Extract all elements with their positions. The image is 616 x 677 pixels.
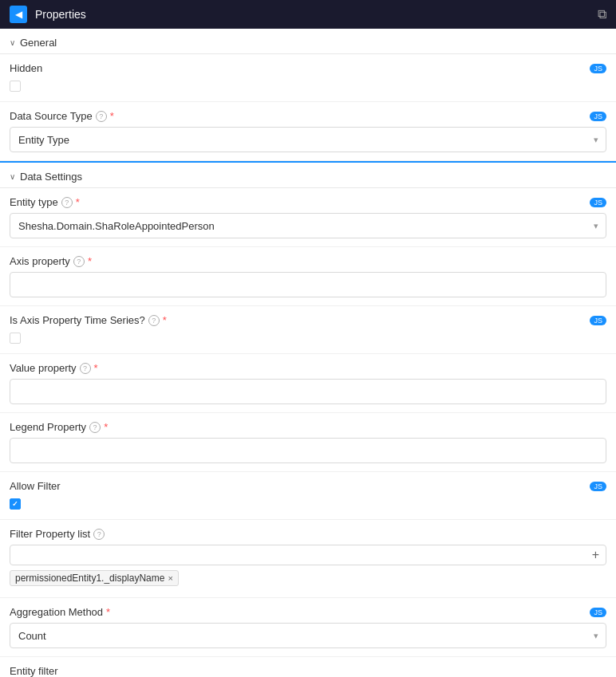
aggregation-method-select-wrap: Count Sum Average — [10, 623, 606, 648]
allow-filter-checkbox-row — [10, 497, 606, 511]
value-property-required: * — [94, 362, 98, 374]
axis-property-label: Axis property — [10, 255, 70, 267]
value-property-field-group: Value property ? * id — [0, 354, 616, 413]
data-settings-section: ∨ Data Settings Entity type ? * JS Shesh… — [0, 161, 616, 677]
filter-property-list-field-group: Filter Property list ? + permissionedEnt… — [0, 520, 616, 598]
hidden-field-group: Hidden JS — [0, 54, 616, 102]
is-axis-time-series-label: Is Axis Property Time Series? — [10, 314, 145, 326]
header-arrow-icon[interactable]: ◀ — [10, 6, 27, 23]
entity-type-js-badge[interactable]: JS — [590, 198, 606, 207]
allow-filter-js-badge[interactable]: JS — [590, 482, 606, 491]
value-property-help-icon[interactable]: ? — [80, 363, 91, 374]
entity-type-field-group: Entity type ? * JS Shesha.Domain.ShaRole… — [0, 188, 616, 247]
filter-tag-remove-icon[interactable]: × — [168, 573, 172, 583]
entity-type-label: Entity type — [10, 196, 58, 208]
general-section-header[interactable]: ∨ General — [0, 29, 616, 54]
content-area: ∨ General Hidden JS Data Source Type ? *… — [0, 29, 616, 677]
entity-filter-field-group: Entity filter — [0, 657, 616, 677]
axis-property-required: * — [88, 255, 92, 267]
general-section-label: General — [20, 37, 57, 49]
data-source-type-required: * — [110, 110, 114, 122]
data-source-type-select-wrap: Entity Type Custom — [10, 127, 606, 152]
entity-type-help-icon[interactable]: ? — [61, 197, 73, 208]
is-axis-time-series-checkbox-row — [10, 331, 606, 345]
entity-filter-label: Entity filter — [10, 665, 58, 677]
is-axis-time-series-label-row: Is Axis Property Time Series? ? * JS — [10, 314, 606, 326]
filter-property-list-label: Filter Property list — [10, 528, 90, 540]
page-title: Properties — [35, 8, 590, 21]
is-axis-time-series-checkbox[interactable] — [10, 333, 21, 344]
value-property-input[interactable]: id — [10, 379, 606, 404]
allow-filter-label-row: Allow Filter JS — [10, 480, 606, 492]
filter-property-list-input[interactable] — [17, 549, 592, 561]
is-axis-time-series-js-badge[interactable]: JS — [590, 316, 606, 325]
hidden-js-badge[interactable]: JS — [590, 64, 606, 73]
data-settings-section-header[interactable]: ∨ Data Settings — [0, 163, 616, 188]
axis-property-help-icon[interactable]: ? — [73, 256, 85, 267]
hidden-label: Hidden — [10, 62, 42, 74]
axis-property-label-row: Axis property ? * — [10, 255, 606, 267]
aggregation-method-js-badge[interactable]: JS — [590, 608, 606, 617]
allow-filter-label: Allow Filter — [10, 480, 61, 492]
hidden-label-row: Hidden JS — [10, 62, 606, 74]
chevron-down-icon: ∨ — [10, 38, 15, 47]
filter-property-list-label-row: Filter Property list ? — [10, 528, 606, 540]
legend-property-label-row: Legend Property ? * — [10, 421, 606, 433]
data-source-type-select[interactable]: Entity Type Custom — [10, 127, 606, 152]
allow-filter-checkbox[interactable] — [10, 498, 21, 510]
is-axis-time-series-required: * — [163, 314, 167, 326]
properties-header: ◀ Properties ⧉ — [0, 0, 616, 29]
aggregation-method-field-group: Aggregation Method * JS Count Sum Averag… — [0, 598, 616, 657]
copy-icon[interactable]: ⧉ — [598, 7, 606, 22]
data-source-type-label: Data Source Type — [10, 110, 93, 122]
value-property-label-row: Value property ? * — [10, 362, 606, 374]
entity-type-required: * — [76, 196, 80, 208]
filter-property-list-input-wrap: + — [10, 545, 606, 565]
data-source-type-js-badge[interactable]: JS — [590, 112, 606, 121]
legend-property-input[interactable]: permissionedEntity1._displayName — [10, 438, 606, 463]
filter-tag-item: permissionedEntity1._displayName × — [10, 570, 179, 586]
axis-property-input[interactable]: status — [10, 272, 606, 297]
filter-property-list-add-icon[interactable]: + — [592, 549, 599, 561]
data-source-type-field-group: Data Source Type ? * JS Entity Type Cust… — [0, 102, 616, 161]
legend-property-label: Legend Property — [10, 421, 86, 433]
legend-property-required: * — [104, 421, 108, 433]
axis-property-field-group: Axis property ? * status — [0, 247, 616, 306]
data-settings-chevron-icon: ∨ — [10, 172, 15, 181]
legend-property-field-group: Legend Property ? * permissionedEntity1.… — [0, 413, 616, 472]
aggregation-method-required: * — [106, 606, 110, 618]
is-axis-time-series-field-group: Is Axis Property Time Series? ? * JS — [0, 306, 616, 354]
entity-type-select[interactable]: Shesha.Domain.ShaRoleAppointedPerson — [10, 213, 606, 238]
legend-property-help-icon[interactable]: ? — [89, 422, 101, 433]
aggregation-method-label-row: Aggregation Method * JS — [10, 606, 606, 618]
hidden-checkbox[interactable] — [10, 81, 21, 92]
entity-filter-label-row: Entity filter — [10, 665, 606, 677]
hidden-checkbox-row — [10, 79, 606, 93]
aggregation-method-label: Aggregation Method — [10, 606, 103, 618]
data-source-type-help-icon[interactable]: ? — [96, 111, 107, 122]
filter-property-list-help-icon[interactable]: ? — [93, 529, 105, 540]
aggregation-method-select[interactable]: Count Sum Average — [10, 623, 606, 648]
data-settings-label: Data Settings — [20, 171, 82, 183]
is-axis-time-series-help-icon[interactable]: ? — [148, 315, 160, 326]
entity-type-select-wrap: Shesha.Domain.ShaRoleAppointedPerson — [10, 213, 606, 238]
value-property-label: Value property — [10, 362, 77, 374]
filter-tag-label: permissionedEntity1._displayName — [15, 573, 164, 584]
allow-filter-field-group: Allow Filter JS — [0, 472, 616, 520]
entity-type-label-row: Entity type ? * JS — [10, 196, 606, 208]
filter-property-tags: permissionedEntity1._displayName × — [10, 570, 606, 589]
data-source-type-label-row: Data Source Type ? * JS — [10, 110, 606, 122]
